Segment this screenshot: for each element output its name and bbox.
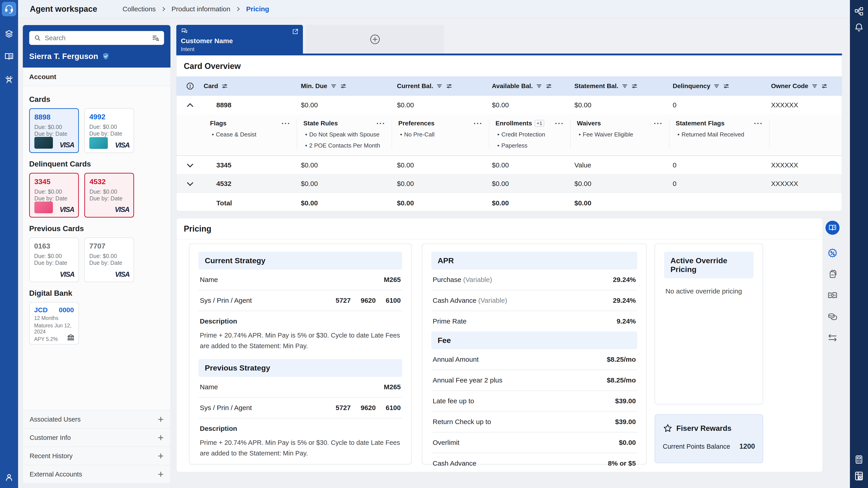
visa-logo: VISA — [60, 270, 74, 279]
team-icon[interactable] — [4, 74, 14, 85]
open-book-icon — [828, 223, 837, 232]
more-menu-icon[interactable]: ··· — [281, 121, 290, 126]
knowledge-book-icon[interactable] — [4, 52, 14, 61]
layers-icon[interactable] — [4, 29, 14, 39]
table-row-3345[interactable]: 3345 $0.00 $0.00 $0.00 Value 0 XXXXXX — [177, 156, 842, 174]
column-settings-icon[interactable] — [821, 83, 828, 90]
accordion-label: Customer Info — [30, 434, 71, 442]
cell-delinquency: 0 — [673, 161, 771, 169]
filter-icon[interactable] — [811, 83, 818, 89]
column-settings-icon[interactable] — [546, 83, 552, 90]
collapse-chevron-icon[interactable] — [177, 103, 204, 107]
agent-profile-icon[interactable] — [4, 472, 14, 482]
more-menu-icon[interactable]: ··· — [473, 121, 483, 126]
card-number: 4532 — [90, 177, 129, 186]
tab-title: Customer Name — [181, 37, 298, 45]
breadcrumb: Collections Product information Pricing — [123, 5, 269, 13]
card-tile-0163[interactable]: 0163 Due: $0.00Due by: Date VISA — [29, 237, 79, 282]
transfer-arrows-icon[interactable] — [827, 332, 838, 343]
add-tab-button[interactable] — [306, 25, 444, 54]
apr-label: Prime Rate — [433, 318, 467, 325]
visa-logo: VISA — [60, 141, 74, 149]
tab-customer-name[interactable]: Customer Name Intent — [176, 25, 303, 54]
name-value: M265 — [384, 383, 401, 391]
cell-available: $0.00 — [492, 101, 575, 109]
total-current: $0.00 — [397, 199, 492, 207]
detail-item: No Pre-Call — [398, 131, 483, 138]
filter-search-icon[interactable] — [152, 34, 159, 42]
filter-icon[interactable] — [536, 83, 542, 89]
col-card[interactable]: Card — [204, 83, 218, 90]
col-owner-code[interactable]: Owner Code — [771, 83, 808, 90]
more-menu-icon[interactable]: ··· — [754, 121, 763, 126]
left-nav-rail — [0, 0, 18, 488]
detail-item: Returned Mail Received — [676, 131, 763, 138]
card-art — [34, 137, 53, 149]
accordion-recent-history[interactable]: Recent History + — [23, 447, 170, 465]
workspace-nav-button[interactable] — [2, 2, 16, 16]
column-settings-icon[interactable] — [446, 83, 453, 90]
more-menu-icon[interactable]: ··· — [654, 121, 663, 126]
spreadsheet-x-icon[interactable] — [854, 471, 864, 481]
digital-bank-tile[interactable]: JCD 0000 12 Months Matures Jun 12, 2024 … — [29, 302, 79, 345]
active-tool-tab[interactable] — [823, 218, 842, 237]
col-delinquency[interactable]: Delinquency — [673, 83, 710, 90]
digital-bank-name: JCD — [34, 306, 48, 314]
col-current-bal[interactable]: Current Bal. — [397, 83, 433, 90]
column-settings-icon[interactable] — [340, 83, 347, 90]
filter-icon[interactable] — [622, 83, 628, 89]
chevron-right-icon — [161, 6, 166, 12]
cell-card: 8898 — [204, 101, 301, 109]
search-input[interactable] — [45, 34, 148, 42]
column-settings-icon[interactable] — [723, 83, 730, 90]
fee-value: 8% or $5 — [608, 459, 636, 467]
more-menu-icon[interactable]: ··· — [376, 121, 385, 126]
card-tile-4532[interactable]: 4532 Due: $0.00Due by: Date VISA — [84, 173, 134, 218]
accordion-associated-users[interactable]: Associated Users + — [23, 410, 170, 428]
percent-badge-icon[interactable] — [827, 248, 838, 259]
name-value: M265 — [384, 276, 401, 284]
filter-icon[interactable] — [331, 83, 337, 89]
card-tile-3345[interactable]: 3345 Due: $0.00Due by: Date VISA — [29, 173, 79, 218]
table-total-row: Total $0.00 $0.00 $0.00 $0.00 — [177, 193, 842, 211]
table-row-8898[interactable]: 8898 $0.00 $0.00 $0.00 $0.00 0 XXXXXX — [177, 96, 842, 114]
cell-delinquency: 0 — [673, 180, 771, 188]
banknote-icon[interactable] — [827, 290, 838, 301]
apr-suffix: (Variable) — [478, 297, 507, 304]
filter-icon[interactable] — [713, 83, 720, 89]
accordion-customer-info[interactable]: Customer Info + — [23, 428, 170, 447]
account-section-header[interactable]: Account — [23, 68, 170, 86]
calculator-icon[interactable] — [854, 455, 864, 464]
column-settings-icon[interactable] — [221, 83, 228, 90]
more-menu-icon[interactable]: ··· — [555, 121, 564, 126]
filter-icon[interactable] — [436, 83, 442, 89]
col-statement-bal[interactable]: Statement Bal. — [575, 83, 618, 90]
expand-chevron-icon[interactable] — [177, 182, 204, 185]
external-link-icon[interactable] — [291, 28, 299, 35]
breadcrumb-pricing[interactable]: Pricing — [246, 5, 269, 13]
card-tile-8898[interactable]: 8898 Due: $0.00Due by: Date VISA — [29, 108, 79, 153]
breadcrumb-product-information[interactable]: Product information — [172, 5, 230, 13]
coins-icon[interactable] — [827, 311, 838, 322]
accordion-label: Associated Users — [30, 416, 81, 423]
table-row-4532[interactable]: 4532 $0.00 $0.00 $0.00 $0.00 0 XXXXXX — [177, 174, 842, 193]
name-label: Name — [200, 383, 218, 391]
pricing-title: Pricing — [177, 218, 823, 240]
column-settings-icon[interactable] — [631, 83, 638, 90]
col-min-due[interactable]: Min. Due — [301, 83, 327, 90]
override-header: Active Override Pricing — [664, 252, 754, 278]
col-available-bal[interactable]: Available Bal. — [492, 83, 533, 90]
detail-item: Do Not Speak with Spouse — [303, 131, 385, 138]
copy-documents-icon[interactable] — [827, 269, 838, 280]
accordion-label: External Accounts — [30, 470, 82, 478]
card-tile-7707[interactable]: 7707 Due: $0.00Due by: Date VISA — [84, 237, 134, 282]
card-due: Due: $0.00 — [34, 253, 62, 259]
card-tile-4992[interactable]: 4992 Due: $0.00Due by: Date VISA — [84, 108, 134, 153]
search-box[interactable] — [29, 31, 164, 45]
expand-chevron-icon[interactable] — [177, 164, 204, 166]
accordion-external-accounts[interactable]: External Accounts + — [23, 465, 170, 483]
notifications-bell-icon[interactable] — [854, 23, 864, 33]
breadcrumb-collections[interactable]: Collections — [123, 5, 156, 13]
flow-panels-icon[interactable] — [854, 6, 864, 16]
detail-preferences: Preferences··· No Pre-Call — [392, 119, 489, 149]
